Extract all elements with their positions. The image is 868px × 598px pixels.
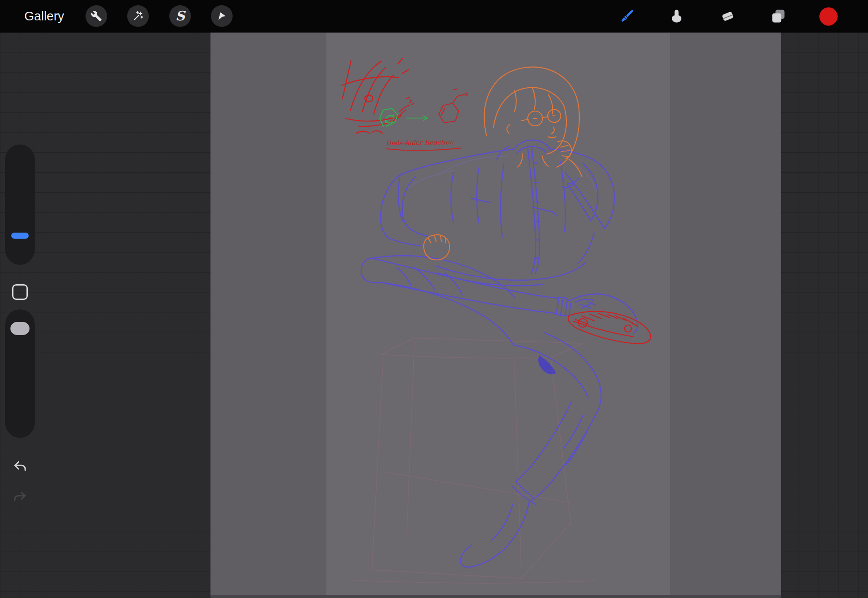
gallery-button[interactable]: Gallery bbox=[24, 0, 64, 33]
transform-arrow-icon bbox=[216, 10, 227, 22]
selection-button[interactable]: S bbox=[169, 5, 191, 27]
actions-button[interactable] bbox=[85, 5, 107, 27]
canvas[interactable]: Diels-Alder Reaction bbox=[210, 33, 781, 598]
chemistry-diagram: Diels-Alder Reaction bbox=[380, 89, 468, 151]
layers-button[interactable] bbox=[767, 5, 789, 28]
brush-size-handle[interactable] bbox=[11, 233, 29, 239]
stool-construction-sketch bbox=[354, 338, 594, 583]
reaction-caption: Diels-Alder Reaction bbox=[386, 138, 454, 147]
layers-icon bbox=[769, 8, 787, 25]
selection-s-icon: S bbox=[175, 10, 185, 23]
modify-button[interactable] bbox=[12, 284, 28, 300]
brush-size-slider[interactable] bbox=[5, 145, 35, 265]
brush-icon bbox=[618, 7, 636, 26]
workspace-background: Diels-Alder Reaction bbox=[0, 33, 868, 598]
topbar: Gallery S bbox=[0, 0, 868, 33]
canvas-artwork: Diels-Alder Reaction bbox=[210, 33, 781, 598]
signature-scribble bbox=[342, 59, 408, 133]
figure-lineart bbox=[361, 140, 638, 567]
wrench-icon bbox=[91, 10, 102, 22]
undo-button[interactable] bbox=[10, 456, 30, 476]
redo-button[interactable] bbox=[10, 486, 30, 507]
redo-icon bbox=[12, 488, 28, 505]
shoe-red-sole bbox=[568, 312, 651, 344]
eraser-icon bbox=[719, 8, 736, 25]
smudge-tool-button[interactable] bbox=[665, 5, 688, 28]
paint-tool-button[interactable] bbox=[615, 5, 638, 28]
opacity-handle[interactable] bbox=[10, 322, 30, 335]
magic-wand-icon bbox=[132, 10, 144, 22]
transform-button[interactable] bbox=[211, 5, 233, 27]
erase-tool-button[interactable] bbox=[717, 5, 739, 28]
smudge-icon bbox=[668, 8, 685, 25]
undo-icon bbox=[12, 458, 28, 474]
head-sketch bbox=[424, 67, 582, 260]
adjustments-button[interactable] bbox=[127, 5, 149, 27]
color-button[interactable] bbox=[817, 5, 840, 28]
color-swatch bbox=[819, 7, 838, 26]
